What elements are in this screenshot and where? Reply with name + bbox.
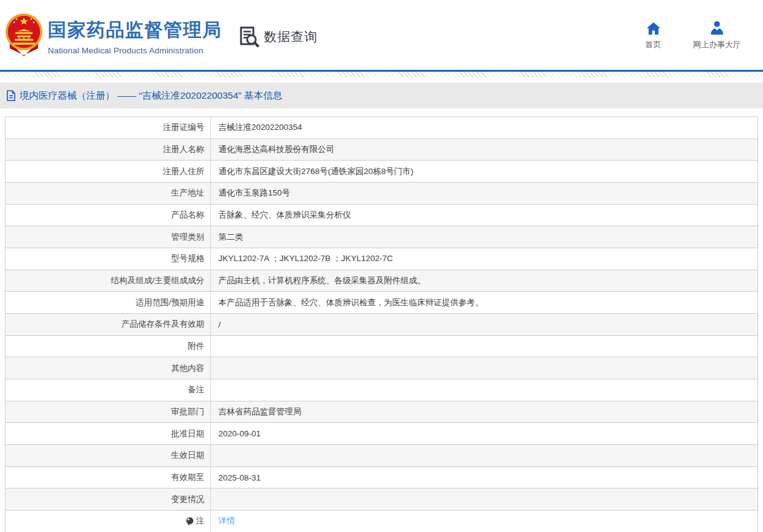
nav-home-label: 首页 [645, 39, 661, 50]
row-value [211, 488, 757, 510]
row-label-text: 审批部门 [171, 406, 204, 417]
table-row: 产品名称舌脉象、经穴、体质辨识采集分析仪 [6, 205, 757, 227]
document-search-icon [237, 25, 260, 48]
row-value: 详情 [211, 511, 757, 532]
row-label-text: 产品储存条件及有效期 [121, 319, 204, 330]
table-row: 变更情况 [6, 488, 757, 511]
brand-name: 国家药品监督管理局 National Medical Products Admi… [48, 11, 222, 56]
row-label-text: 产品名称 [171, 210, 204, 221]
brand-name-cn: 国家药品监督管理局 [48, 18, 222, 43]
nav-item-home[interactable]: 首页 [645, 21, 661, 50]
row-label-text: 注册证编号 [163, 122, 205, 133]
row-value-text: 吉林省药品监督管理局 [218, 406, 301, 417]
row-label-text: 附件 [188, 341, 204, 352]
row-label: 生效日期 [6, 445, 211, 466]
table-row: 注详情 [6, 511, 757, 532]
info-table: 注册证编号吉械注准20202200354注册人名称通化海恩达高科技股份有限公司注… [5, 116, 758, 532]
row-value: 2020-09-01 [211, 423, 757, 444]
row-label: 附件 [6, 336, 211, 357]
row-label-text: 生产地址 [171, 188, 204, 199]
row-label: 注册证编号 [6, 117, 211, 139]
row-value-text: 本产品适用于舌脉象、经穴、体质辨识检查，为医生临床辩证提供参考。 [218, 297, 483, 308]
page-title: 境内医疗器械（注册） —— “吉械注准20202200354” 基本信息 [20, 89, 282, 102]
row-label: 变更情况 [6, 488, 211, 510]
table-row: 注册人名称通化海恩达高科技股份有限公司 [6, 139, 757, 161]
row-value: 吉械注准20202200354 [211, 117, 757, 139]
data-query-label: 数据查询 [264, 28, 318, 45]
row-label-text: 管理类别 [171, 232, 204, 243]
nav-service-hall-label: 网上办事大厅 [693, 39, 741, 50]
row-label-text: 注册人名称 [163, 144, 205, 155]
page-title-bar: 境内医疗器械（注册） —— “吉械注准20202200354” 基本信息 [0, 83, 763, 108]
user-icon [710, 21, 724, 35]
table-row: 结构及组成/主要组成成分产品由主机，计算机程序系统、各级采集器及附件组成。 [6, 270, 757, 292]
brand-name-en: National Medical Products Administration [48, 46, 222, 55]
detail-link[interactable]: 详情 [218, 515, 235, 526]
row-label-text: 备注 [188, 384, 204, 395]
row-label: 备注 [6, 379, 211, 401]
main-nav: 首页 网上办事大厅 [645, 21, 741, 50]
table-row: 适用范围/预期用途本产品适用于舌脉象、经穴、体质辨识检查，为医生临床辩证提供参考… [6, 292, 757, 314]
row-label: 注 [6, 511, 211, 532]
table-row: 其他内容 [6, 357, 757, 379]
table-row: 有效期至2025-08-31 [6, 467, 757, 489]
row-value: 通化市玉泉路150号 [211, 183, 757, 204]
row-value-text: 通化市东昌区建设大街2768号(通铁家园20栋8号门市) [218, 166, 413, 177]
row-value: 本产品适用于舌脉象、经穴、体质辨识检查，为医生临床辩证提供参考。 [211, 292, 757, 313]
table-row: 批准日期2020-09-01 [6, 423, 757, 445]
hatch-stripe [0, 72, 763, 77]
row-label: 其他内容 [6, 357, 211, 379]
row-label-text: 批准日期 [171, 428, 204, 439]
brand-logo[interactable]: 国家药品监督管理局 National Medical Products Admi… [5, 11, 222, 56]
row-label: 注册人住所 [6, 161, 211, 182]
row-label-text: 结构及组成/主要组成成分 [111, 275, 204, 286]
table-row: 注册证编号吉械注准20202200354 [6, 117, 757, 139]
china-national-emblem-icon [5, 11, 43, 56]
table-row: 备注 [6, 379, 757, 401]
row-value [211, 336, 757, 357]
table-row: 审批部门吉林省药品监督管理局 [6, 401, 757, 424]
home-icon [646, 21, 661, 35]
row-label-text: 变更情况 [171, 494, 204, 505]
row-value-text: / [218, 320, 221, 329]
nav-item-service-hall[interactable]: 网上办事大厅 [693, 21, 741, 50]
row-value: 舌脉象、经穴、体质辨识采集分析仪 [211, 205, 757, 226]
row-value-text: 2020-09-01 [218, 429, 261, 438]
table-row: 生产地址通化市玉泉路150号 [6, 183, 757, 205]
row-value-text: 2025-08-31 [218, 473, 261, 482]
site-header: 国家药品监督管理局 National Medical Products Admi… [0, 0, 763, 70]
row-label: 注册人名称 [6, 139, 211, 161]
row-value: 通化海恩达高科技股份有限公司 [211, 139, 757, 161]
row-label-text: 适用范围/预期用途 [136, 297, 204, 308]
row-value: 第二类 [211, 226, 757, 248]
row-value [211, 357, 757, 379]
row-value-text: 通化海恩达高科技股份有限公司 [218, 144, 334, 155]
table-row: 生效日期 [6, 445, 757, 467]
table-row: 型号规格JKYL1202-7A ；JKYL1202-7B ；JKYL1202-7… [6, 248, 757, 270]
row-value-text: 舌脉象、经穴、体质辨识采集分析仪 [218, 210, 351, 221]
row-value: 产品由主机，计算机程序系统、各级采集器及附件组成。 [211, 270, 757, 292]
table-row: 管理类别第二类 [6, 226, 757, 248]
row-label-text: 生效日期 [171, 450, 204, 461]
row-label: 批准日期 [6, 423, 211, 444]
row-value-text: 第二类 [218, 232, 243, 243]
note-balloon-icon [185, 517, 194, 526]
row-label-text: 有效期至 [171, 472, 204, 483]
row-label-text: 型号规格 [171, 253, 204, 264]
row-value-text: JKYL1202-7A ；JKYL1202-7B ；JKYL1202-7C [218, 253, 393, 264]
row-value: / [211, 314, 757, 335]
row-label: 结构及组成/主要组成成分 [6, 270, 211, 292]
row-label: 生产地址 [6, 183, 211, 204]
row-label-text: 其他内容 [171, 363, 204, 374]
row-value-text: 产品由主机，计算机程序系统、各级采集器及附件组成。 [218, 275, 426, 286]
data-query-section[interactable]: 数据查询 [237, 25, 318, 48]
row-label: 产品储存条件及有效期 [6, 314, 211, 335]
row-label-text: 注册人住所 [163, 166, 205, 177]
document-icon [6, 90, 16, 101]
table-row: 注册人住所通化市东昌区建设大街2768号(通铁家园20栋8号门市) [6, 161, 757, 183]
row-value: JKYL1202-7A ；JKYL1202-7B ；JKYL1202-7C [211, 248, 757, 270]
row-value: 2025-08-31 [211, 467, 757, 488]
row-value-text: 吉械注准20202200354 [218, 122, 302, 133]
row-label: 产品名称 [6, 205, 211, 226]
table-row: 附件 [6, 336, 757, 358]
